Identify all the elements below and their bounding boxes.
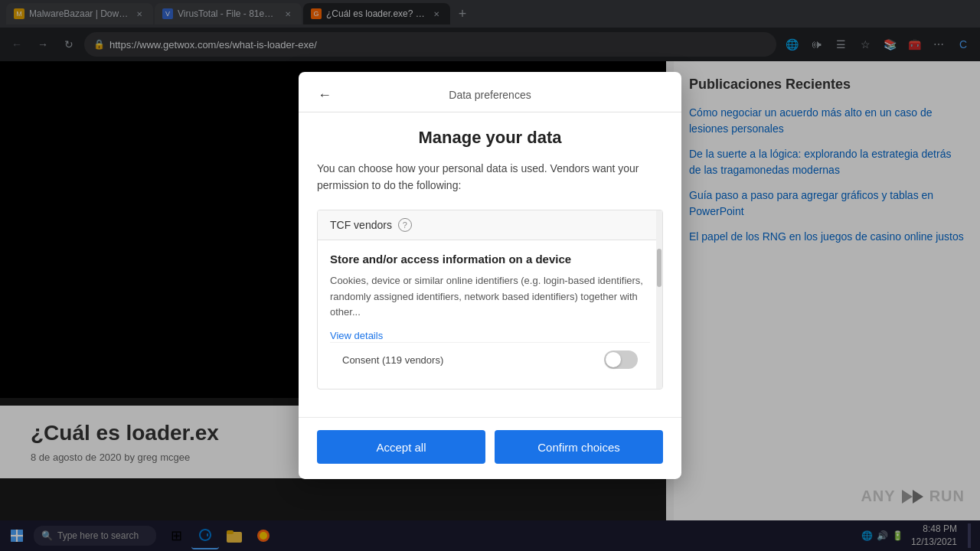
consent-label: Consent (119 vendors): [342, 354, 443, 366]
modal-description: You can choose how your personal data is…: [317, 160, 663, 194]
section-text: Cookies, device or similar online identi…: [330, 273, 650, 321]
scrollbar-track[interactable]: [656, 210, 662, 389]
accept-all-button[interactable]: Accept all: [317, 430, 485, 464]
modal-header-label: Data preferences: [335, 89, 645, 101]
modal-scroll-area[interactable]: TCF vendors ? Store and/or access inform…: [317, 210, 663, 390]
section-heading: Store and/or access information on a dev…: [330, 253, 650, 266]
modal-header: ← Data preferences: [299, 72, 681, 112]
modal-footer: Accept all Confirm choices: [299, 417, 681, 479]
modal-main-title: Manage your data: [317, 128, 663, 148]
modal-back-button[interactable]: ←: [314, 84, 335, 106]
consent-row: Consent (119 vendors): [330, 342, 650, 377]
data-preferences-modal: ← Data preferences Manage your data You …: [299, 72, 681, 479]
consent-toggle[interactable]: [604, 350, 638, 369]
view-details-link[interactable]: View details: [330, 330, 383, 341]
tcf-help-icon[interactable]: ?: [398, 218, 412, 232]
tcf-vendors-row: TCF vendors ?: [318, 210, 662, 240]
scrollbar-thumb[interactable]: [657, 249, 662, 287]
confirm-choices-button[interactable]: Confirm choices: [495, 430, 663, 464]
section-content: Store and/or access information on a dev…: [318, 240, 662, 389]
modal-body: Manage your data You can choose how your…: [299, 112, 681, 417]
tcf-label: TCF vendors: [330, 219, 392, 231]
toggle-knob: [606, 352, 621, 367]
